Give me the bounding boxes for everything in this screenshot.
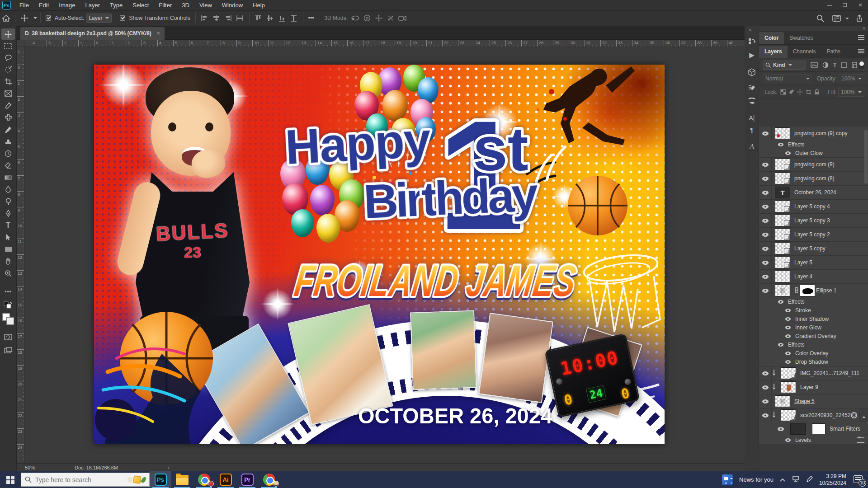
layer-visibility-toggle[interactable] <box>759 380 772 394</box>
layer-visibility-toggle[interactable] <box>759 270 772 283</box>
layer-name[interactable]: Outer Glow <box>795 150 868 156</box>
expand-panels-icon[interactable]: » <box>863 25 865 31</box>
filter-adjustment-icon[interactable] <box>822 62 829 68</box>
layer-visibility-toggle[interactable] <box>759 158 772 171</box>
edit-toolbar-button[interactable]: ••• <box>1 286 15 297</box>
align-center-h-icon[interactable] <box>212 13 222 23</box>
layer-name[interactable]: IMG_20241...71249_111 <box>800 370 868 376</box>
layer-row[interactable]: T Inner Glow fx <box>759 323 868 332</box>
workspace-chevron[interactable] <box>845 18 849 21</box>
layer-visibility-toggle[interactable] <box>759 256 772 269</box>
layer-row[interactable]: T Layer 5 copy 2 fx <box>759 227 868 241</box>
screen-mode-icon[interactable] <box>1 344 15 356</box>
layer-visibility-toggle[interactable] <box>782 314 794 323</box>
layer-row[interactable]: T scv20240930_224520 fx <box>759 408 868 422</box>
filter-toggle[interactable] <box>859 61 864 69</box>
marquee-tool[interactable] <box>1 40 15 52</box>
3d-orbit-icon[interactable] <box>350 13 360 23</box>
layer-name[interactable]: Shape 5 <box>794 398 868 404</box>
layer-row[interactable]: T Inner Shadow fx <box>759 314 868 323</box>
taskbar-app-explorer[interactable] <box>171 471 193 488</box>
crop-tool[interactable] <box>1 76 15 87</box>
layer-thumbnail[interactable]: T <box>775 285 790 296</box>
layer-thumbnail[interactable]: T <box>781 381 796 393</box>
layer-row[interactable]: T Layer 9 fx <box>759 380 868 394</box>
mask-thumbnail[interactable] <box>800 285 815 296</box>
menu-item[interactable]: View <box>194 0 217 11</box>
layer-visibility-toggle[interactable] <box>759 408 772 422</box>
vertical-ruler[interactable]: 1012345678910111213141516171819202122232… <box>17 47 24 463</box>
layer-visibility-toggle[interactable] <box>759 186 772 199</box>
layer-name[interactable]: Effects <box>788 299 868 305</box>
layer-thumbnail[interactable]: T <box>775 229 790 240</box>
layer-visibility-toggle[interactable] <box>759 228 772 241</box>
layer-visibility-toggle[interactable] <box>759 366 772 380</box>
taskbar-app-illustrator[interactable]: Ai <box>215 471 236 488</box>
pen-icon[interactable] <box>806 476 813 484</box>
layer-visibility-toggle[interactable] <box>782 323 794 332</box>
eraser-tool[interactable] <box>1 160 15 171</box>
ruler-corner[interactable] <box>17 40 24 47</box>
taskbar-app-photoshop[interactable]: Ps <box>150 471 171 488</box>
search-icon[interactable] <box>815 14 825 23</box>
align-right-icon[interactable] <box>223 13 233 23</box>
layer-row[interactable]: T Color Overlay fx <box>759 349 868 357</box>
healing-brush-tool[interactable] <box>1 112 15 123</box>
tab-channels[interactable]: Channels <box>788 46 821 58</box>
layer-row[interactable]: T Effects fx <box>759 297 868 306</box>
dodge-tool[interactable] <box>1 196 15 207</box>
3d-panel-icon[interactable] <box>745 68 759 78</box>
filter-image-icon[interactable] <box>811 62 818 68</box>
foreground-background-colors[interactable] <box>2 313 15 326</box>
move-tool[interactable] <box>1 28 15 40</box>
start-button[interactable] <box>0 471 21 488</box>
layer-visibility-toggle[interactable] <box>759 242 772 255</box>
menu-item[interactable]: Layer <box>80 0 105 11</box>
filter-type-icon[interactable]: T <box>833 62 836 68</box>
lock-artboard-icon[interactable] <box>806 89 811 95</box>
layer-visibility-toggle[interactable] <box>774 140 787 149</box>
path-select-tool[interactable] <box>1 231 15 243</box>
layer-name[interactable]: Layer 5 copy <box>794 245 868 252</box>
tool-preset-chevron[interactable] <box>33 17 37 21</box>
layer-visibility-toggle[interactable] <box>759 172 772 185</box>
brush-settings-panel-icon[interactable] <box>745 84 759 93</box>
notification-center-icon[interactable]: 10 <box>853 474 864 485</box>
workspace-icon[interactable] <box>831 14 841 23</box>
layer-name[interactable]: Gradient Overlay <box>795 333 868 339</box>
layer-row[interactable]: T Layer 5 copy 4 fx <box>759 199 868 213</box>
layer-visibility-toggle[interactable] <box>774 297 787 306</box>
lock-transparency-icon[interactable] <box>780 89 786 95</box>
layer-name[interactable]: Stroke <box>795 307 868 314</box>
layer-name[interactable]: Layer 9 <box>800 384 868 390</box>
panel-scrollbar-thumb[interactable] <box>864 130 868 184</box>
minimize-button[interactable]: — <box>822 0 837 10</box>
levels-adjustment-icon[interactable] <box>857 437 864 443</box>
actions-panel-icon[interactable]: ▶ <box>745 51 759 59</box>
frame-tool[interactable] <box>1 88 15 99</box>
3d-pan-icon[interactable] <box>374 13 384 23</box>
layer-row[interactable]: T Layer 5 copy fx <box>759 241 868 255</box>
layer-row[interactable]: T IMG_20241...71249_111 fx <box>759 366 868 380</box>
tab-paths[interactable]: Paths <box>821 46 846 58</box>
layer-row[interactable]: T Layer 4 fx <box>759 269 868 283</box>
filter-smart-object-icon[interactable] <box>852 62 857 68</box>
layer-name[interactable]: Inner Glow <box>795 324 868 331</box>
taskbar-search[interactable] <box>21 473 150 487</box>
layer-visibility-toggle[interactable] <box>759 284 772 297</box>
kind-filter-dropdown[interactable]: Kind <box>763 61 806 70</box>
layer-name[interactable]: Layer 5 copy 2 <box>794 231 868 238</box>
layer-visibility-toggle[interactable] <box>782 306 794 314</box>
layer-name[interactable]: Effects <box>788 342 868 348</box>
zoom-tool[interactable] <box>1 267 15 279</box>
pen-tool[interactable] <box>1 207 15 219</box>
layer-name[interactable]: pngwing.com (9) copy <box>794 130 868 136</box>
zoom-level-field[interactable]: 50% <box>25 465 47 470</box>
collapse-panels-icon[interactable]: « <box>749 27 751 32</box>
menu-item[interactable]: Type <box>105 0 127 11</box>
taskbar-app-premiere[interactable]: Pr <box>236 471 258 488</box>
tab-layers[interactable]: Layers <box>759 46 788 58</box>
share-icon[interactable] <box>854 14 864 23</box>
layer-row[interactable]: T Gradient Overlay fx <box>759 332 868 340</box>
layer-thumbnail[interactable]: T <box>781 409 796 421</box>
